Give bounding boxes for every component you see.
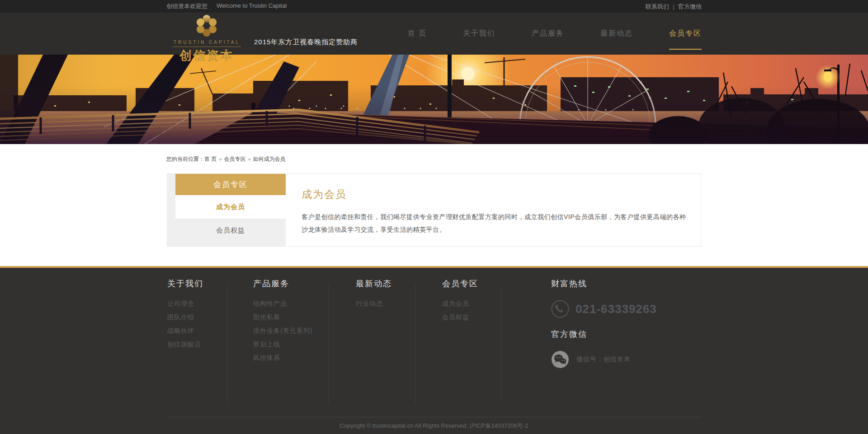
footer-col-contact: 财富热线 021-63339263 官方微信 — [551, 279, 657, 369]
wechat-title: 官方微信 — [551, 330, 657, 339]
footer-col-about: 关于我们 公司理念 团队介绍 战略伙伴 创信旗舰店 — [167, 279, 203, 354]
wechat-account: 微信号：创信资本 — [576, 355, 631, 364]
footer-link[interactable]: 成为会员 — [442, 300, 469, 307]
breadcrumb: 您的当前位置：首 页»会员专区»如何成为会员 — [166, 144, 702, 163]
footer: 关于我们 公司理念 团队介绍 战略伙伴 创信旗舰店 产品服务 结构性产品 阳光私… — [0, 268, 868, 434]
nav-item-home[interactable]: 首 页 — [408, 13, 427, 55]
official-wechat-link[interactable]: 官方微信 — [678, 3, 702, 10]
nav-item-members[interactable]: 会员专区 — [669, 13, 702, 55]
breadcrumb-members-link[interactable]: 会员专区 — [224, 156, 245, 162]
footer-link[interactable]: 阳光私募 — [253, 313, 280, 321]
content-box: 会员专区 成为会员 会员权益 成为会员 客户是创信的牵挂和责任，我们竭尽提供专业… — [167, 173, 701, 247]
welcome-text-zh: 创信资本欢迎您 — [166, 2, 208, 10]
footer-divider — [415, 284, 415, 403]
sidebar: 会员专区 成为会员 会员权益 — [167, 174, 286, 246]
footer-link[interactable]: 战略伙伴 — [167, 327, 194, 334]
footer-divider — [227, 284, 227, 403]
sidebar-title: 会员专区 — [175, 174, 286, 195]
footer-link[interactable]: 公司理念 — [167, 300, 194, 307]
footer-col-title: 最新动态 — [356, 279, 392, 288]
footer-link[interactable]: 团队介绍 — [167, 313, 194, 321]
footer-link[interactable]: 创信旗舰店 — [167, 341, 201, 348]
breadcrumb-prefix: 您的当前位置： — [166, 156, 204, 162]
footer-link[interactable]: 风控体系 — [253, 354, 280, 361]
footer-link[interactable]: 行业动态 — [356, 300, 383, 307]
sidebar-item-become-member[interactable]: 成为会员 — [175, 195, 286, 219]
brand-name-zh: 创信资本 — [173, 47, 241, 64]
footer-link[interactable]: 结构性产品 — [253, 300, 287, 307]
brand-name-en: TRUSTIN CAPITAL — [173, 38, 241, 47]
phone-icon — [551, 300, 569, 318]
logo[interactable]: TRUSTIN CAPITAL 创信资本 — [173, 14, 241, 64]
main-nav-bar: TRUSTIN CAPITAL 创信资本 2015年东方卫视春晚指定赞助商 首 … — [0, 13, 868, 55]
footer-col-title: 会员专区 — [442, 279, 478, 288]
hero-image — [0, 55, 868, 144]
nav-item-products[interactable]: 产品服务 — [532, 13, 564, 55]
article: 成为会员 客户是创信的牵挂和责任，我们竭尽提供专业资产理财优质配置方案的同时，成… — [286, 174, 701, 246]
footer-link[interactable]: 筹划上线 — [253, 341, 280, 348]
page: 创信资本欢迎您 Welcome to Trustin Capital 联系我们 … — [0, 0, 868, 434]
breadcrumb-home-link[interactable]: 首 页 — [204, 156, 217, 162]
nav-item-news[interactable]: 最新动态 — [600, 13, 633, 55]
topbar-separator: | — [673, 3, 674, 10]
footer-col-title: 关于我们 — [167, 279, 203, 288]
welcome-text-en: Welcome to Trustin Capital — [217, 2, 287, 10]
hotline-number: 021-63339263 — [576, 302, 657, 316]
page-title: 成为会员 — [302, 187, 687, 201]
hero-banner — [0, 55, 868, 144]
main-section: 您的当前位置：首 页»会员专区»如何成为会员 会员专区 成为会员 会员权益 成为… — [0, 144, 868, 266]
footer-col-members: 会员专区 成为会员 会员权益 — [442, 279, 478, 327]
footer-col-news: 最新动态 行业动态 — [356, 279, 392, 313]
footer-link[interactable]: 会员权益 — [442, 313, 469, 321]
footer-divider — [328, 284, 329, 403]
footer-divider — [501, 284, 502, 403]
sponsor-tagline: 2015年东方卫视春晚指定赞助商 — [254, 38, 358, 47]
top-bar: 创信资本欢迎您 Welcome to Trustin Capital 联系我们 … — [0, 0, 868, 13]
sidebar-item-member-benefits[interactable]: 会员权益 — [175, 219, 286, 242]
breadcrumb-current: 如何成为会员 — [253, 156, 286, 162]
nav-item-about[interactable]: 关于我们 — [463, 13, 495, 55]
hotline-title: 财富热线 — [551, 279, 657, 288]
contact-us-link[interactable]: 联系我们 — [646, 3, 669, 10]
nav-menu: 首 页 关于我们 产品服务 最新动态 会员专区 — [372, 13, 702, 55]
footer-col-title: 产品服务 — [253, 279, 312, 288]
footer-link[interactable]: 境外业务(美元系列) — [253, 327, 312, 334]
wechat-icon — [551, 350, 569, 369]
footer-col-products: 产品服务 结构性产品 阳光私募 境外业务(美元系列) 筹划上线 风控体系 — [253, 279, 312, 368]
article-paragraph: 客户是创信的牵挂和责任，我们竭尽提供专业资产理财优质配置方案的同时，成立我们创信… — [302, 210, 687, 236]
copyright-divider — [166, 417, 702, 417]
logo-emblem-icon — [195, 14, 218, 37]
copyright-text: Copyright © trustincapital.cn All Rights… — [166, 422, 702, 430]
